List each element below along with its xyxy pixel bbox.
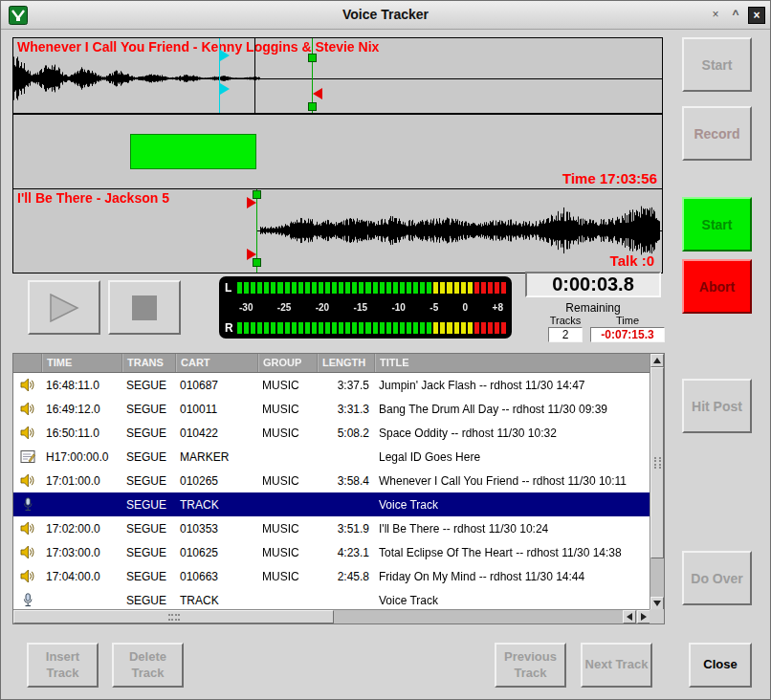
mic-icon bbox=[13, 593, 42, 607]
vertical-scroll-thumb[interactable] bbox=[650, 367, 664, 558]
col-title: TITLE bbox=[375, 354, 650, 372]
log-row[interactable]: SEGUETRACKVoice Track bbox=[13, 492, 650, 516]
scroll-right-button[interactable] bbox=[637, 610, 650, 623]
remaining-tracks-value: 2 bbox=[548, 327, 583, 342]
next-track-button[interactable]: Next Track bbox=[581, 643, 652, 688]
abort-button[interactable]: Abort bbox=[682, 259, 752, 314]
log-row[interactable]: 17:03:00.0SEGUE010625MUSIC4:23.1Total Ec… bbox=[13, 540, 650, 564]
log-time: 16:48:11.0 bbox=[42, 379, 122, 392]
play-icon bbox=[49, 294, 79, 322]
play-button[interactable] bbox=[28, 280, 100, 335]
log-time: 16:49:12.0 bbox=[42, 403, 122, 416]
voice-track-region[interactable] bbox=[130, 134, 256, 169]
log-time: 17:03:00.0 bbox=[42, 546, 122, 559]
speaker-icon bbox=[13, 473, 42, 488]
fade-marker-icon[interactable] bbox=[313, 88, 322, 99]
log-length: 5:08.2 bbox=[318, 427, 375, 440]
scroll-up-button[interactable] bbox=[650, 354, 664, 367]
titlebar[interactable]: Voice Tracker × ^ × bbox=[1, 1, 770, 30]
log-row[interactable]: 17:01:00.0SEGUE010265MUSIC3:58.4Whenever… bbox=[13, 469, 650, 492]
col-trans: TRANS bbox=[122, 354, 176, 372]
stop-button[interactable] bbox=[108, 280, 181, 335]
log-cart: MARKER bbox=[176, 450, 258, 464]
speaker-icon bbox=[13, 545, 42, 559]
col-length: LENGTH bbox=[318, 354, 375, 372]
time-readout: Time 17:03:56 bbox=[562, 170, 657, 186]
log-body: 16:48:11.0SEGUE010687MUSIC3:37.5Jumpin' … bbox=[13, 373, 650, 612]
close-window-icon[interactable]: × bbox=[748, 7, 765, 24]
log-header: TIME TRANS CART GROUP LENGTH TITLE bbox=[13, 354, 650, 373]
log-length: 2:45.8 bbox=[318, 570, 375, 583]
grip-icon bbox=[654, 457, 661, 469]
track1-waveform-panel[interactable]: Whenever I Call You Friend - Kenny Loggi… bbox=[12, 37, 663, 114]
stop-icon bbox=[132, 295, 157, 320]
meter-scale-tick: -30 bbox=[239, 302, 253, 313]
log-row[interactable]: 17:04:00.0SEGUE010663MUSIC2:45.8Friday O… bbox=[13, 564, 650, 588]
meter-scale-tick: -10 bbox=[391, 302, 405, 313]
remaining-time-value: -0:07:15.3 bbox=[590, 327, 665, 342]
log-group: MUSIC bbox=[258, 474, 318, 488]
log-group: MUSIC bbox=[258, 522, 318, 536]
previous-track-button[interactable]: Previous Track bbox=[495, 643, 566, 688]
log-group: MUSIC bbox=[258, 379, 318, 392]
sticky-icon[interactable]: × bbox=[707, 7, 724, 24]
meter-scale-tick: -20 bbox=[316, 302, 329, 313]
meter-scale-tick: +8 bbox=[493, 302, 503, 313]
log-row[interactable]: 17:02:00.0SEGUE010353MUSIC3:51.9I'll Be … bbox=[13, 516, 650, 540]
start-marker-icon[interactable] bbox=[247, 197, 256, 208]
log-row[interactable]: H17:00:00.0SEGUEMARKERLegal ID Goes Here bbox=[13, 445, 650, 469]
arrow-up-icon bbox=[653, 358, 661, 363]
do-over-button[interactable]: Do Over bbox=[682, 551, 752, 605]
track2-waveform-panel[interactable]: I'll Be There - Jackson 5 Talk :0 bbox=[12, 188, 663, 273]
segue-marker-handle[interactable] bbox=[308, 54, 317, 62]
audio-level-meter: L -30-25-20-15-10-50+8 R bbox=[219, 276, 512, 339]
log-time: 17:02:00.0 bbox=[42, 522, 122, 536]
log-row[interactable]: 16:48:11.0SEGUE010687MUSIC3:37.5Jumpin' … bbox=[13, 373, 650, 397]
log-title: Voice Track bbox=[375, 594, 650, 607]
log-group: MUSIC bbox=[258, 570, 318, 583]
log-group: MUSIC bbox=[258, 427, 318, 440]
elapsed-time-display: 0:00:03.8 bbox=[525, 272, 661, 297]
log-title: Whenever I Call You Friend -- rdhost 11/… bbox=[375, 474, 650, 488]
play-marker-icon[interactable] bbox=[220, 50, 230, 61]
remaining-time-label: Time bbox=[599, 315, 656, 326]
shade-icon[interactable]: ^ bbox=[727, 7, 744, 24]
horizontal-scroll-thumb[interactable] bbox=[13, 610, 334, 623]
start-button-disabled[interactable]: Start bbox=[682, 37, 752, 92]
track-start-line[interactable] bbox=[254, 38, 255, 113]
speaker-icon bbox=[13, 378, 42, 392]
meter-scale-tick: 0 bbox=[463, 302, 469, 313]
log-time: H17:00:00.0 bbox=[42, 450, 122, 464]
meter-scale-tick: -5 bbox=[430, 302, 438, 313]
speaker-icon bbox=[13, 521, 42, 536]
hit-post-button[interactable]: Hit Post bbox=[682, 379, 752, 433]
speaker-icon bbox=[13, 402, 42, 416]
log-row[interactable]: 16:50:11.0SEGUE010422MUSIC5:08.2Space Od… bbox=[13, 421, 650, 445]
log-length: 3:31.3 bbox=[318, 403, 375, 416]
close-button[interactable]: Close bbox=[689, 643, 752, 688]
vertical-scrollbar[interactable] bbox=[650, 354, 664, 611]
voice-tracker-window: Voice Tracker × ^ × Whenever I Call You … bbox=[0, 0, 771, 700]
segue-marker-handle[interactable] bbox=[308, 102, 317, 111]
log-trans: SEGUE bbox=[122, 450, 176, 464]
log-cart: 010663 bbox=[176, 570, 258, 583]
log-time: 16:50:11.0 bbox=[42, 427, 122, 440]
voicetrack-panel[interactable]: Time 17:03:56 bbox=[12, 114, 663, 189]
delete-track-button[interactable]: Delete Track bbox=[112, 643, 184, 688]
arrow-down-icon bbox=[653, 601, 661, 606]
horizontal-scrollbar[interactable] bbox=[13, 609, 651, 623]
play-marker-icon[interactable] bbox=[220, 83, 230, 95]
start-marker-icon[interactable] bbox=[247, 249, 256, 260]
log-trans: SEGUE bbox=[122, 474, 176, 488]
start-button[interactable]: Start bbox=[682, 197, 752, 252]
log-cart: 010353 bbox=[176, 522, 258, 536]
log-row[interactable]: 16:49:12.0SEGUE010011MUSIC3:31.3Bang The… bbox=[13, 397, 650, 421]
log-title: Voice Track bbox=[375, 498, 650, 512]
insert-track-button[interactable]: Insert Track bbox=[27, 643, 99, 688]
meter-left-label: L bbox=[225, 281, 237, 295]
record-button[interactable]: Record bbox=[682, 106, 752, 161]
scroll-down-button[interactable] bbox=[650, 597, 664, 610]
speaker-icon bbox=[13, 426, 42, 440]
scroll-left-button[interactable] bbox=[623, 610, 636, 623]
log-trans: SEGUE bbox=[122, 379, 176, 392]
